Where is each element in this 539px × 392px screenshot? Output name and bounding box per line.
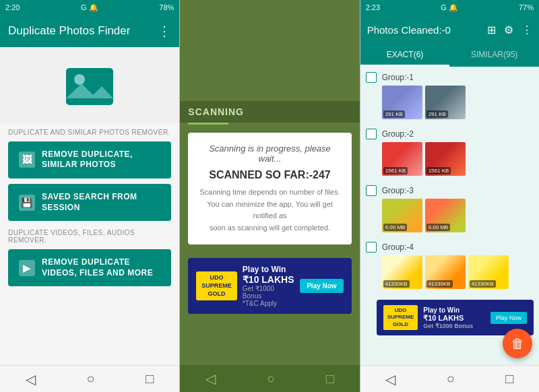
photo-thumb[interactable]: 1561 KB bbox=[382, 142, 422, 176]
tab-similar[interactable]: SIMILAR(95) bbox=[449, 44, 539, 67]
ad-banner-2: UDO SUPREME GOLD Play to Win ₹10 LAKHS G… bbox=[188, 258, 351, 314]
group-checkbox-3[interactable] bbox=[366, 185, 377, 196]
ad-play-button-3[interactable]: Play Now bbox=[490, 312, 527, 324]
photo-size-label: 1561 KB bbox=[426, 167, 451, 174]
tab-exact[interactable]: EXACT(6) bbox=[360, 44, 450, 67]
ad-logo-3: UDO SUPREME GOLD bbox=[383, 305, 418, 330]
group-item-4: Group:-4 41330KB 41330KB 41330KB bbox=[360, 239, 539, 296]
recents-icon-1[interactable]: □ bbox=[146, 371, 154, 387]
home-icon-3[interactable]: ○ bbox=[447, 371, 455, 387]
group-label-4: Group:-4 bbox=[382, 242, 414, 252]
saved-search-button[interactable]: 💾 SAVED SEARCH FROM SESSION bbox=[8, 184, 171, 221]
photo-thumb[interactable]: 291 KB bbox=[382, 86, 422, 119]
main-content-1: DUPLICATE AND SIMILAR PHOTOS REMOVER. 🖼 … bbox=[0, 47, 179, 365]
group-checkbox-2[interactable] bbox=[366, 129, 377, 139]
status-bar-1: 2:20 G 🔔 78% bbox=[0, 0, 179, 15]
photo-size-label: 291 KB bbox=[426, 110, 448, 118]
panel-scanning: SCANNING Scanning is in progress, please… bbox=[180, 0, 359, 392]
remove-duplicate-label: REMOVE DUPLICATE, SIMILAR PHOTOS bbox=[42, 150, 160, 170]
status-battery-1: 78% bbox=[159, 3, 174, 11]
app-title: Duplicate Photos Finder bbox=[8, 24, 130, 38]
delete-fab-button[interactable]: 🗑 bbox=[503, 329, 532, 358]
toolbar-icons-3: ⊞ ⚙ ⋮ bbox=[487, 24, 532, 36]
scan-info: Scanning time depends on number of files… bbox=[199, 187, 340, 234]
nav-bar-2: ◁ ○ □ bbox=[180, 365, 359, 392]
home-icon-1[interactable]: ○ bbox=[87, 371, 95, 387]
group-item-3: Group:-3 6.00 MB 6.00 MB bbox=[360, 183, 539, 239]
status-icons-1: G 🔔 bbox=[81, 3, 98, 12]
group-photos-1: 291 KB 291 KB bbox=[382, 86, 534, 119]
recents-icon-3[interactable]: □ bbox=[505, 371, 513, 387]
nav-bar-1: ◁ ○ □ bbox=[0, 365, 179, 392]
group-label-3: Group:-3 bbox=[382, 186, 414, 195]
remove-videos-icon: ▶ bbox=[19, 260, 35, 276]
photo-thumb[interactable]: 291 KB bbox=[425, 86, 466, 119]
status-icons-3: G 🔔 bbox=[441, 3, 458, 12]
photo-thumb[interactable]: 6.00 MB bbox=[425, 199, 466, 232]
groups-list: Group:-1 291 KB 291 KB Group:-2 1561 KB bbox=[360, 67, 539, 365]
section-label-videos: DUPLICATE VIDEOS, FILES, AUDIOS REMOVER. bbox=[0, 224, 179, 247]
group-checkbox-4[interactable] bbox=[366, 242, 377, 253]
photo-size-label: 41330KB bbox=[383, 280, 410, 288]
group-photos-2: 1561 KB 1561 KB bbox=[382, 142, 534, 176]
panel-duplicate-finder: 2:20 G 🔔 78% Duplicate Photos Finder ⋮ D… bbox=[0, 0, 179, 392]
photo-size-label: 41330KB bbox=[426, 280, 453, 288]
toolbar-3: Photos Cleaned:-0 ⊞ ⚙ ⋮ bbox=[360, 15, 539, 44]
group-photos-3: 6.00 MB 6.00 MB bbox=[382, 199, 534, 232]
status-time-3: 2:23 bbox=[366, 3, 380, 11]
group-header-4: Group:-4 bbox=[366, 242, 534, 253]
scan-status-text: Scanning is in progress, please wait... bbox=[199, 143, 340, 164]
group-header-3: Group:-3 bbox=[366, 185, 534, 196]
back-icon-1[interactable]: ◁ bbox=[26, 371, 36, 387]
photo-size-label: 1561 KB bbox=[383, 167, 408, 174]
photo-thumb[interactable]: 41330KB bbox=[425, 255, 466, 289]
remove-videos-button[interactable]: ▶ REMOVE DUPLICATE VIDEOS, FILES AND MOR… bbox=[8, 249, 171, 286]
photo-thumb[interactable]: 6.00 MB bbox=[382, 199, 422, 232]
photo-size-label: 6.00 MB bbox=[426, 224, 451, 231]
photo-size-label: 291 KB bbox=[383, 110, 405, 118]
scan-count: SCANNED SO FAR:-247 bbox=[209, 169, 330, 181]
ad-logo-2: UDO SUPREME GOLD bbox=[196, 271, 237, 300]
saved-search-icon: 💾 bbox=[19, 195, 35, 211]
photo-thumb[interactable]: 41330KB bbox=[382, 255, 422, 289]
saved-search-label: SAVED SEARCH FROM SESSION bbox=[42, 192, 160, 213]
group-label-1: Group:-1 bbox=[382, 73, 414, 82]
delete-fab-icon: 🗑 bbox=[511, 336, 524, 352]
group-item-1: Group:-1 291 KB 291 KB bbox=[360, 69, 539, 126]
grid-icon[interactable]: ⊞ bbox=[487, 24, 496, 36]
nav-bar-3: ◁ ○ □ bbox=[360, 365, 539, 392]
ad-text-3: Play to Win ₹10 LAKHS Get ₹1000 Bonus bbox=[423, 306, 485, 329]
photo-size-label: 41330KB bbox=[470, 280, 496, 288]
remove-duplicate-button[interactable]: 🖼 REMOVE DUPLICATE, SIMILAR PHOTOS bbox=[8, 141, 171, 178]
settings-icon[interactable]: ⚙ bbox=[504, 24, 513, 36]
group-checkbox-1[interactable] bbox=[366, 72, 377, 83]
scan-divider bbox=[188, 123, 228, 125]
hero-area bbox=[0, 47, 179, 123]
scan-header: SCANNING bbox=[180, 101, 359, 123]
overflow-menu-icon-3[interactable]: ⋮ bbox=[521, 24, 532, 36]
recents-icon-2[interactable]: □ bbox=[326, 371, 334, 387]
toolbar-1: Duplicate Photos Finder ⋮ bbox=[0, 15, 179, 47]
photo-thumb[interactable]: 41330KB bbox=[468, 255, 509, 289]
tabs-bar: EXACT(6) SIMILAR(95) bbox=[360, 44, 539, 67]
photos-cleaned-title: Photos Cleaned:-0 bbox=[367, 24, 451, 36]
overflow-menu-icon[interactable]: ⋮ bbox=[158, 23, 171, 39]
photo-thumb[interactable]: 1561 KB bbox=[425, 142, 466, 176]
remove-videos-label: REMOVE DUPLICATE VIDEOS, FILES AND MORE bbox=[42, 257, 160, 278]
status-time-1: 2:20 bbox=[5, 3, 20, 11]
remove-duplicate-icon: 🖼 bbox=[19, 152, 35, 168]
back-icon-3[interactable]: ◁ bbox=[385, 371, 395, 387]
svg-rect-0 bbox=[66, 68, 113, 105]
group-header-2: Group:-2 bbox=[366, 129, 534, 139]
home-icon-2[interactable]: ○ bbox=[267, 371, 275, 387]
ad-text-2: Play to Win ₹10 LAKHS Get ₹1000 Bonus *T… bbox=[243, 265, 294, 307]
group-item-2: Group:-2 1561 KB 1561 KB bbox=[360, 126, 539, 183]
ad-play-button-2[interactable]: Play Now bbox=[300, 279, 343, 293]
back-icon-2[interactable]: ◁ bbox=[205, 370, 216, 387]
group-label-2: Group:-2 bbox=[382, 129, 414, 139]
scan-card: Scanning is in progress, please wait... … bbox=[188, 133, 351, 244]
section-label-photos: DUPLICATE AND SIMILAR PHOTOS REMOVER. bbox=[0, 123, 179, 139]
panel-photos-cleaned: 2:23 G 🔔 77% Photos Cleaned:-0 ⊞ ⚙ ⋮ EXA… bbox=[360, 0, 539, 392]
svg-point-1 bbox=[74, 74, 85, 85]
hero-photo-icon bbox=[63, 58, 117, 112]
